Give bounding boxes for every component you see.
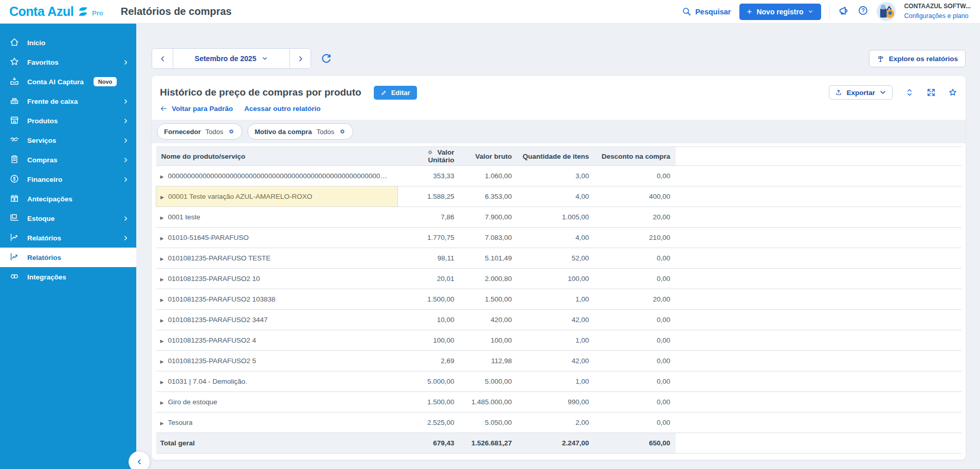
expand-row-icon[interactable]: ▶ xyxy=(160,318,164,323)
table-row[interactable]: ▶0101081235-PARAFUSO TESTE 98,11 5.101,4… xyxy=(156,248,962,269)
column-header-product-name[interactable]: Nome do produto/serviço xyxy=(156,147,398,166)
table-row[interactable]: ▶0101081235-PARAFUSO2 4 100,00 100,00 1,… xyxy=(156,330,962,351)
expand-rows-button[interactable] xyxy=(905,88,914,97)
previous-period-button[interactable] xyxy=(152,49,173,68)
expand-row-icon[interactable]: ▶ xyxy=(160,297,164,303)
expand-row-icon[interactable]: ▶ xyxy=(160,400,164,405)
sidebar-item-estoque[interactable]: Estoque xyxy=(0,209,136,228)
table-row[interactable]: ▶Giro de estoque 1.500,00 1.485.000,00 9… xyxy=(156,392,962,412)
quantity-cell: 2,00 xyxy=(517,412,594,433)
gear-icon[interactable] xyxy=(427,149,433,156)
expand-row-icon[interactable]: ▶ xyxy=(160,256,164,261)
sidebar-item-label: Antecipações xyxy=(27,195,72,203)
next-period-button[interactable] xyxy=(290,49,311,68)
expand-row-icon[interactable]: ▶ xyxy=(160,380,164,385)
table-row[interactable]: ▶0101081235-PARAFUSO2 103838 1.500,00 1.… xyxy=(156,289,962,310)
filler-cell xyxy=(676,186,962,207)
star-icon xyxy=(948,88,957,97)
sidebar-item-antecipacoes[interactable]: Antecipações xyxy=(0,189,136,209)
filler-cell xyxy=(676,330,962,351)
expand-row-icon[interactable]: ▶ xyxy=(160,359,164,364)
unit-value-cell: 10,00 xyxy=(398,310,460,330)
sidebar-item-label: Favoritos xyxy=(27,59,59,66)
column-header-filler xyxy=(676,147,962,166)
search-label: Pesquisar xyxy=(695,8,731,16)
total-label-cell: Total geral xyxy=(156,433,398,454)
expand-row-icon[interactable]: ▶ xyxy=(160,174,164,179)
sidebar-item-produtos[interactable]: Produtos xyxy=(0,111,136,130)
table-row[interactable]: ▶0101081235-PARAFUSO2 5 2,69 112,98 42,0… xyxy=(156,351,962,371)
expand-row-icon[interactable]: ▶ xyxy=(160,215,164,220)
table-row[interactable]: ▶0101081235-PARAFUSO2 3447 10,00 420,00 … xyxy=(156,310,962,330)
export-button[interactable]: Exportar xyxy=(829,85,893,100)
table-row[interactable]: ▶0101081235-PARAFUSO2 10 20,01 2.000,80 … xyxy=(156,269,962,289)
sidebar-item-label: Serviços xyxy=(27,137,56,144)
column-header-purchase-discount[interactable]: Desconto na compra xyxy=(594,147,676,166)
sidebar-item-integracoes[interactable]: Integrações xyxy=(0,267,136,287)
table-total-row: Total geral 679,43 1.526.681,27 2.247,00… xyxy=(156,433,962,454)
refresh-button[interactable] xyxy=(320,52,332,66)
gross-value-cell: 7.083,00 xyxy=(460,228,517,248)
sidebar-item-favoritos[interactable]: Favoritos xyxy=(0,52,136,72)
sidebar-item-relatorios[interactable]: Relatórios xyxy=(0,228,136,248)
explore-reports-button[interactable]: Explore os relatórios xyxy=(869,50,966,67)
sidebar-item-inicio[interactable]: Início xyxy=(0,33,136,52)
filter-bar: Fornecedor Todos Motivo da compra Todos xyxy=(152,120,966,143)
filter-chip-value: Todos xyxy=(206,128,224,136)
table-row[interactable]: ▶0001 teste 7,86 7.900,00 1.005,00 20,00 xyxy=(156,207,962,228)
settings-plan-link[interactable]: Configurações e plano xyxy=(904,12,968,20)
table-row[interactable]: ▶01010-51645-PARAFUSO 1.770,75 7.083,00 … xyxy=(156,228,962,248)
gross-value-cell: 5.101,49 xyxy=(460,248,517,269)
unit-value-cell: 98,11 xyxy=(398,248,460,269)
avatar[interactable] xyxy=(877,2,896,21)
gear-icon[interactable] xyxy=(228,128,235,135)
expand-row-icon[interactable]: ▶ xyxy=(160,236,164,241)
sidebar-item-financeiro[interactable]: Financeiro xyxy=(0,170,136,189)
table-row[interactable]: ▶000000000000000000000000000000000000000… xyxy=(156,166,962,186)
table-row[interactable]: ▶Tesoura 2.525,00 5.050,00 2,00 0,00 xyxy=(156,412,962,433)
filler-cell xyxy=(676,228,962,248)
app-logo[interactable]: ContaAzul Pro xyxy=(9,4,103,19)
chevron-right-icon xyxy=(122,235,129,241)
export-label: Exportar xyxy=(846,89,875,97)
sidebar-item-servicos[interactable]: Serviços xyxy=(0,130,136,150)
expand-row-icon[interactable]: ▶ xyxy=(160,339,164,344)
sidebar-collapse-button[interactable] xyxy=(129,451,150,469)
unit-value-cell: 100,00 xyxy=(398,330,460,351)
announcements-button[interactable] xyxy=(838,5,849,18)
other-report-link[interactable]: Acessar outro relatório xyxy=(244,105,321,112)
filler-cell xyxy=(676,289,962,310)
product-name: Giro de estoque xyxy=(168,398,217,406)
column-header-gross-value[interactable]: Valor bruto xyxy=(460,147,517,166)
edit-button[interactable]: Editar xyxy=(374,86,417,100)
period-dropdown[interactable]: Setembro de 2025 xyxy=(173,49,290,68)
expand-row-icon[interactable]: ▶ xyxy=(160,421,164,426)
product-name: 0101081235-PARAFUSO2 4 xyxy=(168,336,256,344)
table-row[interactable]: ▶01031 | 7.04 - Demolição. 5.000,00 5.00… xyxy=(156,371,962,392)
sidebar-item-frente-de-caixa[interactable]: Frente de caixa xyxy=(0,91,136,111)
filler-cell xyxy=(676,166,962,186)
filter-chip-fornecedor[interactable]: Fornecedor Todos xyxy=(157,123,242,140)
column-header-unit-value[interactable]: Valor Unitário xyxy=(398,147,460,166)
sidebar-item-label: Compras xyxy=(27,156,58,164)
sidebar-item-compras[interactable]: Compras xyxy=(0,150,136,170)
table-row[interactable]: ▶00001 Teste variação AZUL-AMARELO-ROXO … xyxy=(156,186,962,207)
sidebar-item-conta-ai-captura[interactable]: Conta AI Captura Novo xyxy=(0,72,136,91)
favorite-report-button[interactable] xyxy=(948,88,957,97)
back-to-default-link[interactable]: Voltar para Padrão xyxy=(160,105,233,112)
new-record-button[interactable]: + Novo registro xyxy=(739,4,822,20)
link-icon xyxy=(9,271,20,283)
search-button[interactable]: Pesquisar xyxy=(682,7,731,16)
help-button[interactable]: ? xyxy=(858,5,868,18)
gear-icon[interactable] xyxy=(339,128,346,135)
pencil-icon xyxy=(380,89,387,96)
unit-value-cell: 1.500,00 xyxy=(398,392,460,412)
fullscreen-button[interactable] xyxy=(927,88,936,97)
expand-row-icon[interactable]: ▶ xyxy=(160,277,164,282)
sidebar-item-relatorios-current[interactable]: Relatórios xyxy=(0,248,136,267)
filter-chip-motivo-da-compra[interactable]: Motivo da compra Todos xyxy=(247,123,353,140)
top-bar: ContaAzul Pro Relatórios de compras Pesq… xyxy=(0,0,980,24)
expand-row-icon[interactable]: ▶ xyxy=(160,195,164,200)
column-header-items-quantity[interactable]: Quantidade de itens xyxy=(517,147,594,166)
unit-value-cell: 2.525,00 xyxy=(398,412,460,433)
